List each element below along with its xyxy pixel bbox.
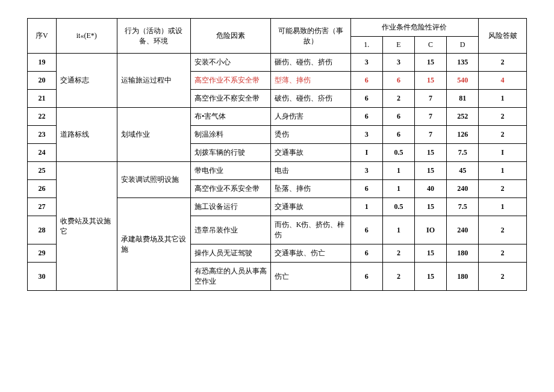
cell-harm: 型薄、摔伤 [270,72,350,90]
cell-harm: 伤亡 [270,263,350,291]
cell-harm: 砸伤、碰伤、挤伤 [270,54,350,72]
cell-d: 81 [447,90,479,108]
header-harm: 可能易致的伤害（事故） [270,19,350,54]
cell-risk: 高空作业不系安全带 [190,72,270,90]
cell-risk: 划拨车辆的行驶 [190,144,270,162]
cell-risk: 高空作业不察安全带 [190,90,270,108]
cell-seq: 30 [28,263,57,291]
cell-l: 1 [350,198,382,216]
cell-seq: 21 [28,90,57,108]
cell-risk: 安装不小心 [190,54,270,72]
cell-e: 6 [382,126,414,144]
cell-seq: 28 [28,216,57,244]
cell-l: 6 [350,263,382,291]
cell-lv: 2 [479,54,527,72]
header-activity: 行为（活动）或设备、环境 [117,19,190,54]
cell-lv: 2 [479,216,527,244]
cell-seq: 23 [28,126,57,144]
cell-c: 15 [414,263,446,291]
cell-c: 15 [414,244,446,263]
cell-seq: 29 [28,244,57,263]
cell-c: 15 [414,162,446,180]
cell-l: I [350,144,382,162]
cell-harm: 烫伤 [270,126,350,144]
cell-e: 3 [382,54,414,72]
cell-harm: 破伤、碰伤、疥伤 [270,90,350,108]
cell-risk: 高空作业不系安全带 [190,180,270,198]
cell-e: 2 [382,263,414,291]
cell-seq: 26 [28,180,57,198]
cell-harm: 交通事故、伤亡 [270,244,350,263]
table-header: 序V it«(E*) 行为（活动）或设备、环境 危险因素 可能易致的伤害（事故）… [28,19,527,54]
cell-risk: 违章吊装作业 [190,216,270,244]
header-l: 1. [350,37,382,54]
table-row: 22道路标线划域作业布•害气体人身伤害6672522 [28,108,527,126]
cell-d: 240 [447,180,479,198]
cell-d: 252 [447,108,479,126]
cell-l: 3 [350,54,382,72]
cell-c: 40 [414,180,446,198]
cell-risk: 操作人员无证驾驶 [190,244,270,263]
risk-assessment-table: 序V it«(E*) 行为（活动）或设备、环境 危险因素 可能易致的伤害（事故）… [27,18,527,291]
cell-harm: 交通事故 [270,144,350,162]
cell-lv: 1 [479,198,527,216]
cell-e: 6 [382,108,414,126]
cell-e: 2 [382,90,414,108]
cell-name: 收费站及其设施它 [56,162,117,291]
cell-harm: 电击 [270,162,350,180]
cell-l: 3 [350,162,382,180]
cell-l: 6 [350,244,382,263]
cell-d: 45 [447,162,479,180]
cell-risk: 施工设备运行 [190,198,270,216]
cell-lv: 1 [479,90,527,108]
cell-risk: 制温涂料 [190,126,270,144]
cell-c: 15 [414,72,446,90]
cell-activity: 安装调试照明设施 [117,162,190,198]
cell-lv: 2 [479,108,527,126]
cell-c: 15 [414,144,446,162]
cell-l: 6 [350,180,382,198]
header-level: 风险答皴 [479,19,527,54]
cell-lv: 2 [479,263,527,291]
header-seq: 序V [28,19,57,54]
cell-seq: 19 [28,54,57,72]
cell-c: 15 [414,54,446,72]
cell-lv: 2 [479,126,527,144]
cell-risk: 带电作业 [190,162,270,180]
cell-lv: 2 [479,180,527,198]
cell-d: 7.5 [447,144,479,162]
cell-name: 道路标线 [56,108,117,162]
cell-seq: 24 [28,144,57,162]
cell-harm: 坠落、摔伤 [270,180,350,198]
cell-d: 135 [447,54,479,72]
cell-risk: 布•害气体 [190,108,270,126]
cell-name: 交通标志 [56,54,117,108]
header-eval-group: 作业条件危险性评价 [350,19,479,37]
cell-l: 6 [350,108,382,126]
cell-e: 1 [382,216,414,244]
cell-l: 3 [350,126,382,144]
cell-c: 7 [414,108,446,126]
cell-d: 540 [447,72,479,90]
cell-c: 15 [414,198,446,216]
cell-e: 2 [382,244,414,263]
table-row: 19交通标志运输旅运过程中安装不小心砸伤、碰伤、挤伤33151352 [28,54,527,72]
cell-lv: 2 [479,244,527,263]
cell-c: IO [414,216,446,244]
cell-lv: 4 [479,72,527,90]
cell-e: 1 [382,180,414,198]
cell-e: 6 [382,72,414,90]
cell-harm: 人身伤害 [270,108,350,126]
cell-seq: 27 [28,198,57,216]
cell-d: 126 [447,126,479,144]
table-row: 25收费站及其设施它安装调试照明设施带电作业电击3115451 [28,162,527,180]
cell-c: 7 [414,90,446,108]
cell-d: 180 [447,263,479,291]
header-d: D [447,37,479,54]
cell-seq: 25 [28,162,57,180]
header-risk: 危险因素 [190,19,270,54]
cell-activity: 承建敲费场及其它设施 [117,198,190,291]
cell-c: 7 [414,126,446,144]
cell-e: 1 [382,162,414,180]
cell-activity: 运输旅运过程中 [117,54,190,108]
